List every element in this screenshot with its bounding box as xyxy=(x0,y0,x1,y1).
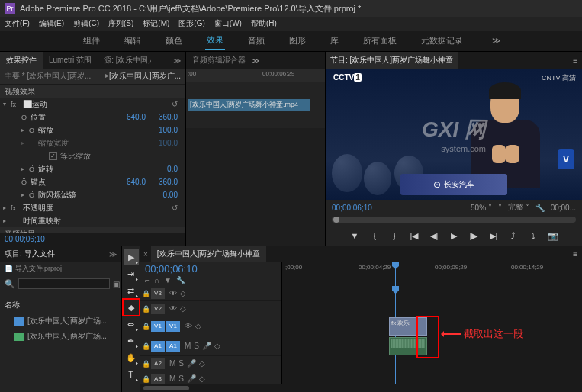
opacity-effect[interactable]: ▸fx 不透明度 ↺ xyxy=(0,201,185,214)
goto-out-icon[interactable]: ▶| xyxy=(487,229,500,243)
workspace-graphics[interactable]: 图形 xyxy=(288,32,307,50)
hand-tool[interactable]: ✋▸ xyxy=(124,350,139,365)
timeremap-effect[interactable]: ▸ 时间重映射 xyxy=(0,214,185,227)
add-marker-icon[interactable]: ▼ xyxy=(348,229,362,243)
timeline-track-area[interactable]: fx 欢乐 截取出这一段 xyxy=(282,286,582,384)
timeline-scroll[interactable] xyxy=(140,384,582,392)
tab-lumetri-scopes[interactable]: Lumetri 范围 xyxy=(43,52,98,69)
selection-tool[interactable]: ▶▸ xyxy=(124,249,139,265)
anchor-property[interactable]: Ö 锚点 640.0 360.0 xyxy=(0,175,185,188)
zoom-dropdown[interactable]: 50% ˅ xyxy=(471,204,492,212)
audio-effects-section[interactable]: 音频效果 xyxy=(0,227,185,233)
column-name-header[interactable]: 名称 xyxy=(0,297,121,313)
scale-property[interactable]: ▸Ö 缩放 100.0 xyxy=(0,124,185,137)
source-track-area[interactable]: [欢乐中国人]两岁广场舞小神童.mp4 xyxy=(186,82,325,128)
position-x[interactable]: 640.0 xyxy=(118,113,146,121)
motion-effect[interactable]: ▾fx⬜ 运动 ↺ xyxy=(0,98,185,111)
program-scrubber[interactable] xyxy=(332,217,576,223)
workspace-editing[interactable]: 编辑 xyxy=(123,32,143,50)
scale-value[interactable]: 100.0 xyxy=(150,126,178,134)
extract-icon[interactable]: ⤵ xyxy=(526,229,540,243)
position-property[interactable]: Ö 位置 640.0 360.0 xyxy=(0,111,185,124)
source-patch-a1[interactable]: A1 xyxy=(151,341,165,352)
tab-audio-mixer[interactable]: 音频剪辑混合器 xyxy=(186,52,252,69)
reset-icon[interactable]: ↺ xyxy=(172,100,182,108)
play-icon[interactable]: ▶ xyxy=(447,229,461,243)
uniform-scale-checkbox[interactable]: ✓ 等比缩放 xyxy=(0,149,185,162)
rotation-value[interactable]: 0.0 xyxy=(150,165,178,173)
mark-out-icon[interactable]: } xyxy=(387,229,401,243)
timeline-ruler[interactable]: ;00;00 00;00;04;29 00;00;09;29 00;00;14;… xyxy=(282,262,582,286)
lock-icon[interactable]: 🔒 xyxy=(140,290,151,297)
menu-clip[interactable]: 剪辑(C) xyxy=(73,18,99,29)
mute-button[interactable]: M xyxy=(185,342,191,350)
antiflicker-value[interactable]: 0.00 xyxy=(150,191,178,199)
snap-icon[interactable]: ⌐ xyxy=(145,276,150,284)
slip-tool[interactable]: ⇔▸ xyxy=(124,316,139,332)
menu-sequence[interactable]: 序列(S) xyxy=(108,18,133,29)
tab-timeline-sequence[interactable]: [欢乐中国人]两岁广场舞小神童 xyxy=(151,246,267,262)
menu-help[interactable]: 帮助(H) xyxy=(251,18,277,29)
workspace-allpanels[interactable]: 所有面板 xyxy=(362,32,398,50)
source-ruler[interactable]: ;00 00;00;06;29 xyxy=(186,69,325,82)
mark-in-icon[interactable]: { xyxy=(368,229,381,243)
track-v2-header[interactable]: 🔒 V2 👁◇ xyxy=(140,301,281,316)
timeline-playhead[interactable] xyxy=(395,262,396,286)
source-overflow-icon[interactable]: ≫ xyxy=(252,56,259,65)
fit-dropdown[interactable]: 完整 ˅ xyxy=(508,202,529,213)
marker-icon[interactable]: ▼ xyxy=(164,276,172,284)
program-monitor[interactable]: CCTV1 CNTV 高清 V ⊙长安汽车 GXI 网 xyxy=(326,69,582,200)
panel-overflow-icon[interactable]: ≫ xyxy=(169,56,185,65)
stopwatch-icon[interactable]: Ö xyxy=(21,114,31,121)
razor-tool[interactable]: ◆ xyxy=(124,300,139,315)
menu-edit[interactable]: 编辑(E) xyxy=(39,18,64,29)
goto-in-icon[interactable]: |◀ xyxy=(407,229,421,243)
rotation-property[interactable]: ▸Ö 旋转 0.0 xyxy=(0,162,185,175)
timeline-overflow-icon[interactable]: ≡ xyxy=(568,250,582,259)
timeline-clip-audio[interactable] xyxy=(389,337,427,355)
source-patch-v1[interactable]: V1 xyxy=(151,321,165,332)
bin-icon[interactable]: ▣ xyxy=(113,280,120,288)
source-clip[interactable]: [欢乐中国人]两岁广场舞小神童.mp4 xyxy=(188,99,310,111)
menu-graphics[interactable]: 图形(G) xyxy=(178,18,204,29)
playhead-handle[interactable] xyxy=(333,217,339,223)
track-v1-header[interactable]: 🔒 V1 V1 👁◇ xyxy=(140,316,281,336)
workspace-audio[interactable]: 音频 xyxy=(246,32,266,50)
workspace-assembly[interactable]: 组件 xyxy=(82,32,101,50)
anchor-y[interactable]: 360.0 xyxy=(150,178,178,186)
settings-icon[interactable]: 🔧 xyxy=(176,276,185,284)
step-back-icon[interactable]: ◀| xyxy=(427,229,441,243)
settings-icon[interactable]: 🔧 xyxy=(535,204,545,212)
export-frame-icon[interactable]: 📷 xyxy=(546,229,560,243)
track-a3-header[interactable]: 🔒 A3 MS🎤◇ xyxy=(140,371,281,384)
menu-window[interactable]: 窗口(W) xyxy=(214,18,242,29)
track-select-tool[interactable]: ⇥▸ xyxy=(124,266,139,281)
project-item-video[interactable]: [欢乐中国人]两岁广场... xyxy=(0,329,121,344)
program-overflow-icon[interactable]: ≡ xyxy=(568,56,582,65)
ripple-edit-tool[interactable]: ⇄▸ xyxy=(124,283,139,298)
track-a2-header[interactable]: 🔒 A2 MS🎤◇ xyxy=(140,356,281,371)
lift-icon[interactable]: ⤴ xyxy=(506,229,520,243)
tab-source-overflow[interactable]: 源: [欢乐中国人]两岁广场舞小神童.mp4 xyxy=(98,52,151,69)
workspace-library[interactable]: 库 xyxy=(329,32,340,50)
type-tool[interactable]: T▸ xyxy=(124,367,139,382)
project-overflow-icon[interactable]: ≫ xyxy=(105,250,121,259)
position-y[interactable]: 360.0 xyxy=(150,113,178,121)
track-v3-header[interactable]: 🔒 V3 👁◇ xyxy=(140,286,281,301)
workspace-metadata[interactable]: 元数据记录 xyxy=(420,32,465,50)
video-effects-section[interactable]: 视频效果 xyxy=(0,85,185,98)
antiflicker-property[interactable]: ▸Ö 防闪烁滤镜 0.00 xyxy=(0,188,185,201)
track-target-v3[interactable]: V3 xyxy=(151,288,165,299)
project-item-sequence[interactable]: [欢乐中国人]两岁广场... xyxy=(0,313,121,329)
pen-tool[interactable]: ✒▸ xyxy=(124,333,139,349)
resolution-dropdown[interactable]: ˅ xyxy=(498,204,502,212)
project-search-input[interactable] xyxy=(18,278,110,289)
solo-button[interactable]: S xyxy=(194,342,199,350)
step-forward-icon[interactable]: |▶ xyxy=(467,229,481,243)
workspace-overflow-icon[interactable]: ≫ xyxy=(492,36,501,46)
checkbox-icon[interactable]: ✓ xyxy=(49,152,57,160)
ec-sequence-clip[interactable]: [欢乐中国人]两岁广... xyxy=(109,71,181,82)
program-timecode[interactable]: 00;00;06;10 xyxy=(332,204,372,212)
search-icon[interactable]: 🔍 xyxy=(5,279,15,289)
anchor-x[interactable]: 640.0 xyxy=(118,178,146,186)
